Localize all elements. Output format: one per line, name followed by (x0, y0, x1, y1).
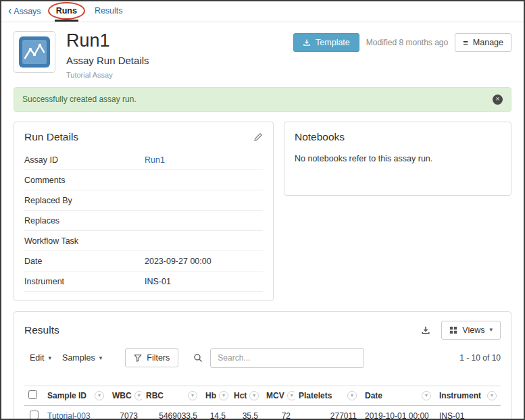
notebooks-empty-text: No notebooks refer to this assay run. (295, 154, 501, 163)
cell-mcv: 72 (262, 405, 295, 420)
template-button[interactable]: Template (293, 33, 359, 52)
modified-timestamp: Modified 8 months ago (366, 33, 448, 53)
assays-back-label: Assays (14, 7, 41, 16)
run-details-panel: Run Details Assay ID Run1 Comments Repla… (14, 122, 274, 301)
assay-id-link[interactable]: Run1 (145, 155, 165, 165)
column-menu-icon[interactable]: ▾ (134, 391, 142, 400)
column-header-instrument[interactable]: Instrument▾ (435, 386, 501, 405)
table-header-row: Sample ID▾ WBC▾ RBC▾ Hb▾ Hct▾ MCV▾ Plate… (24, 386, 501, 405)
tab-runs[interactable]: Runs (55, 1, 78, 22)
column-menu-icon[interactable]: ▾ (219, 391, 228, 400)
column-menu-icon[interactable]: ▾ (188, 391, 197, 400)
search-input[interactable] (210, 348, 364, 368)
column-header-platelets[interactable]: Platelets▾ (295, 386, 361, 405)
run-details-title: Run Details (24, 131, 78, 143)
notebooks-title: Notebooks (295, 131, 345, 143)
page-subtitle: Assay Run Details (66, 55, 149, 66)
column-menu-icon[interactable]: ▾ (287, 391, 295, 400)
caret-down-icon: ▾ (489, 327, 493, 333)
select-all-checkbox[interactable] (28, 390, 37, 399)
results-table: Sample ID▾ WBC▾ RBC▾ Hb▾ Hct▾ MCV▾ Plate… (24, 386, 501, 420)
filters-button-label: Filters (147, 353, 170, 363)
caret-down-icon: ▾ (49, 355, 52, 361)
field-label: Instrument (24, 277, 145, 286)
header-actions: Template Modified 8 months ago ≡ Manage (293, 31, 511, 79)
pagination-label: 1 - 10 of 10 (459, 353, 501, 363)
edit-button-label: Edit (30, 353, 45, 363)
table-row: Tutorial-003 7073 5469033.5 14.5 35.5 72… (24, 405, 501, 420)
samples-button-label: Samples (62, 353, 95, 363)
tab-results-label: Results (95, 6, 123, 16)
row-checkbox[interactable] (30, 411, 39, 419)
cell-platelets: 277011 (295, 405, 361, 420)
export-button[interactable] (418, 323, 433, 338)
edit-pencil-icon[interactable] (253, 132, 263, 142)
column-header-sample-id[interactable]: Sample ID▾ (43, 386, 108, 405)
grid-icon (449, 326, 457, 334)
field-label: Assay ID (24, 155, 145, 165)
manage-button[interactable]: ≡ Manage (455, 33, 511, 52)
field-value: INS-01 (145, 277, 171, 286)
field-row-date: Date 2023-09-27 00:00 (24, 251, 263, 271)
column-menu-icon[interactable]: ▾ (487, 391, 497, 400)
cell-wbc: 7073 (108, 405, 142, 420)
top-nav: ‹ Assays Runs Results (1, 1, 524, 22)
column-menu-icon[interactable]: ▾ (249, 391, 259, 400)
views-dropdown-button[interactable]: Views ▾ (441, 321, 501, 340)
assays-back-link[interactable]: ‹ Assays (8, 1, 41, 22)
field-row-instrument: Instrument INS-01 (24, 271, 263, 292)
assay-run-page: ‹ Assays Runs Results Run1 Assay Run Det… (0, 0, 525, 420)
manage-button-label: Manage (473, 38, 503, 47)
menu-icon: ≡ (463, 38, 468, 47)
column-menu-icon[interactable]: ▾ (95, 391, 104, 400)
samples-dropdown-button[interactable]: Samples ▾ (57, 349, 107, 367)
caret-down-icon: ▾ (99, 355, 103, 361)
column-header-mcv[interactable]: MCV▾ (262, 386, 295, 405)
field-label: Date (24, 257, 145, 266)
assay-name-label: Tutorial Assay (66, 71, 149, 79)
panels-row: Run Details Assay ID Run1 Comments Repla… (14, 122, 511, 301)
tab-runs-label: Runs (56, 6, 77, 16)
cell-date: 2019-10-01 00:00 (361, 405, 435, 420)
cell-hb: 14.5 (201, 405, 230, 420)
cell-instrument: INS-01 (435, 405, 501, 420)
download-icon (303, 38, 311, 47)
views-button-label: Views (462, 325, 484, 335)
field-row-comments: Comments (24, 170, 263, 190)
run-details-fields: Assay ID Run1 Comments Replaced By Repla… (24, 150, 263, 292)
field-label: Replaces (24, 216, 145, 226)
tab-results[interactable]: Results (93, 1, 124, 22)
results-title: Results (24, 324, 59, 336)
search-icon (193, 353, 203, 363)
cell-hct: 35.5 (230, 405, 262, 420)
column-header-rbc[interactable]: RBC▾ (142, 386, 201, 405)
notebooks-panel: Notebooks No notebooks refer to this ass… (284, 122, 511, 196)
chevron-left-icon: ‹ (8, 5, 11, 16)
field-row-assay-id: Assay ID Run1 (24, 150, 263, 170)
success-alert-message: Successfully created assay run. (22, 95, 136, 104)
run-header: Run1 Assay Run Details Tutorial Assay Te… (1, 22, 524, 86)
page-title: Run1 (66, 31, 149, 51)
field-value: 2023-09-27 00:00 (145, 257, 211, 266)
edit-dropdown-button[interactable]: Edit ▾ (24, 349, 57, 367)
column-header-wbc[interactable]: WBC▾ (108, 386, 142, 405)
assay-run-icon (14, 31, 55, 73)
field-label: Workflow Task (24, 236, 145, 246)
column-menu-icon[interactable]: ▾ (422, 391, 431, 400)
results-toolbar: Edit ▾ Samples ▾ Filters 1 - 10 of 10 (24, 348, 501, 368)
column-header-date[interactable]: Date▾ (361, 386, 435, 405)
cell-rbc: 5469033.5 (142, 405, 201, 420)
column-menu-icon[interactable]: ▾ (347, 391, 357, 400)
field-row-workflow-task: Workflow Task (24, 231, 263, 251)
column-header-hb[interactable]: Hb▾ (201, 386, 230, 405)
template-button-label: Template (316, 38, 350, 47)
filters-button[interactable]: Filters (125, 348, 178, 367)
column-header-hct[interactable]: Hct▾ (230, 386, 262, 405)
field-row-replaces: Replaces (24, 211, 263, 231)
header-titles: Run1 Assay Run Details Tutorial Assay (66, 31, 149, 79)
field-row-replaced-by: Replaced By (24, 190, 263, 211)
alert-close-icon[interactable]: × (493, 95, 503, 105)
success-alert: Successfully created assay run. × (14, 87, 511, 112)
results-panel: Results Views ▾ Edit ▾ Sampl (14, 311, 511, 420)
sample-link[interactable]: Tutorial-003 (47, 411, 91, 420)
